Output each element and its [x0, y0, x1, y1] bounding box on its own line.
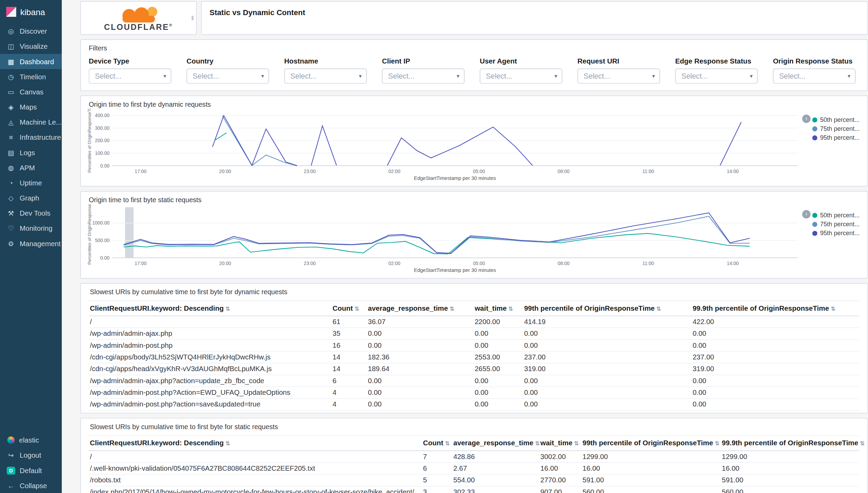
- table-header-cell[interactable]: 99.9th percentile of OriginResponseTime⇅: [721, 436, 859, 451]
- sidebar-item[interactable]: ▤ Logs: [0, 145, 62, 160]
- filter-field: Country Select... ▾: [186, 57, 269, 84]
- svg-text:1000.00: 1000.00: [92, 220, 110, 226]
- sort-icon[interactable]: ⇅: [715, 440, 720, 447]
- sidebar-item[interactable]: ◷ Timelion: [0, 69, 62, 84]
- sort-icon[interactable]: ⇅: [225, 440, 230, 447]
- legend-item[interactable]: 75th percent...: [812, 124, 862, 133]
- sort-icon[interactable]: ⇅: [354, 306, 359, 312]
- filter-select[interactable]: Select... ▾: [773, 69, 855, 84]
- sort-icon[interactable]: ⇅: [445, 440, 450, 447]
- filter-select[interactable]: Select... ▾: [382, 69, 464, 84]
- svg-text:02:00: 02:00: [388, 261, 400, 266]
- legend-item[interactable]: 50th percent...: [812, 211, 862, 220]
- legend-item[interactable]: 50th percent...: [812, 115, 862, 124]
- cell-p999: 0.00: [692, 328, 859, 340]
- sidebar-item-icon: ◬: [7, 118, 15, 126]
- sidebar-item-icon: ◫: [7, 43, 15, 50]
- sidebar-footer-item[interactable]: ← Collapse: [0, 478, 62, 493]
- cloudflare-logo-panel: CLOUDFLARE® ‖: [80, 1, 197, 35]
- filter-select[interactable]: Select... ▾: [480, 69, 562, 84]
- filter-select[interactable]: Select... ▾: [578, 69, 660, 84]
- cell-p999: 0.00: [692, 410, 859, 413]
- sort-icon[interactable]: ⇅: [656, 306, 661, 312]
- table-header-cell[interactable]: 99th percentile of OriginResponseTime⇅: [581, 436, 721, 451]
- sidebar-item[interactable]: ◇ Graph: [0, 191, 62, 206]
- table-header-cell[interactable]: ClientRequestURI.keyword: Descending⇅: [89, 301, 331, 316]
- sidebar-item[interactable]: ≡ Infrastructure: [0, 130, 62, 145]
- table-header-cell[interactable]: wait_time⇅: [539, 436, 582, 451]
- svg-text:23:00: 23:00: [304, 261, 316, 266]
- dashboard-header-row: CLOUDFLARE® ‖ Static vs Dynamic Content: [80, 1, 868, 35]
- legend-toggle-icon[interactable]: ›: [802, 115, 811, 123]
- kibana-brand[interactable]: kibana: [0, 0, 62, 24]
- sidebar-item[interactable]: ▭ Canvas: [0, 84, 62, 99]
- sort-icon[interactable]: ⇅: [535, 440, 540, 447]
- svg-text:300.00: 300.00: [95, 125, 110, 131]
- table-header-cell[interactable]: Count⇅: [422, 436, 452, 451]
- svg-text:0.00: 0.00: [100, 255, 110, 261]
- sidebar-footer-item[interactable]: ● elastic: [0, 433, 62, 448]
- sidebar-item-icon: ♡: [7, 225, 15, 232]
- legend-item[interactable]: 75th percent...: [812, 220, 862, 229]
- cell-p99: 16.00: [581, 462, 721, 474]
- filter-select[interactable]: Select... ▾: [186, 69, 269, 84]
- table-header-cell[interactable]: 99th percentile of OriginResponseTime⇅: [523, 301, 692, 316]
- table-row: /robots.txt 5 554.00 2770.00 591.00 591.…: [89, 474, 859, 486]
- sidebar-item[interactable]: ⚙ Management: [0, 236, 62, 251]
- table-header-cell[interactable]: 99.9th percentile of OriginResponseTime⇅: [692, 301, 859, 316]
- sort-icon[interactable]: ⇅: [225, 306, 230, 312]
- legend-item[interactable]: 95th percent...: [812, 133, 862, 142]
- filter-label: Device Type: [89, 57, 171, 65]
- sidebar-footer-item[interactable]: D Default: [0, 463, 62, 478]
- sidebar-item[interactable]: ▦ Dashboard: [0, 54, 62, 69]
- svg-text:EdgeStartTimestamp per 30 minu: EdgeStartTimestamp per 30 minutes: [414, 267, 496, 273]
- cell-uri: /wp-admin/admin-post.php?Action=EWD_UFAQ…: [89, 387, 331, 398]
- sort-icon[interactable]: ⇅: [860, 440, 865, 447]
- sidebar-item[interactable]: ◬ Machine Le...: [0, 115, 62, 130]
- filter-select[interactable]: Select... ▾: [284, 69, 367, 84]
- sidebar-item-label: Uptime: [20, 179, 42, 187]
- sidebar-item[interactable]: ◎ Discover: [0, 24, 62, 39]
- cell-p99: 0.00: [523, 375, 692, 387]
- sidebar-item[interactable]: ⚒ Dev Tools: [0, 206, 62, 221]
- sidebar-footer-icon: D: [7, 467, 15, 474]
- table-row: /wp-admin/admin-ajax.php?action=update_z…: [89, 375, 859, 387]
- sidebar-item[interactable]: ◍ APM: [0, 160, 62, 175]
- filter-select[interactable]: Select... ▾: [89, 69, 171, 84]
- cell-p99: 560.00: [581, 486, 721, 493]
- table-header-cell[interactable]: ClientRequestURI.keyword: Descending⇅: [89, 436, 422, 451]
- sort-icon[interactable]: ⇅: [574, 440, 579, 447]
- filter-select[interactable]: Select... ▾: [675, 69, 757, 84]
- table-header-cell[interactable]: average_response_time⇅: [452, 436, 539, 451]
- sort-icon[interactable]: ⇅: [509, 306, 513, 312]
- cell-wait-time: 0.00: [473, 375, 523, 387]
- legend-dot-icon: [812, 117, 818, 122]
- legend-toggle-icon[interactable]: ›: [802, 210, 811, 219]
- table-header-cell[interactable]: Count⇅: [331, 301, 367, 316]
- cell-p99: 0.00: [523, 387, 692, 398]
- legend-item[interactable]: 95th percent...: [812, 229, 862, 238]
- sidebar-item[interactable]: ♡ Monitoring: [0, 221, 62, 236]
- sidebar-item[interactable]: ◈ Maps: [0, 100, 62, 115]
- filter-field: Hostname Select... ▾: [284, 57, 367, 84]
- sidebar-footer-label: Default: [20, 467, 42, 474]
- legend-dot-icon: [812, 221, 818, 227]
- sidebar-footer-icon: ↪: [7, 451, 15, 459]
- panel-drag-handle-icon[interactable]: ‖: [191, 15, 194, 22]
- table-header-cell[interactable]: average_response_time⇅: [367, 301, 473, 316]
- chevron-down-icon: ▾: [359, 73, 362, 79]
- column-label: 99th percentile of OriginResponseTime: [583, 439, 713, 447]
- sort-icon[interactable]: ⇅: [450, 306, 455, 312]
- column-label: wait_time: [475, 305, 506, 312]
- cell-avg-response-time: 0.00: [367, 328, 473, 340]
- sidebar-item-label: Dev Tools: [20, 209, 50, 217]
- table-header-cell[interactable]: wait_time⇅: [473, 301, 523, 316]
- sort-icon[interactable]: ⇅: [831, 306, 835, 312]
- cell-wait-time: 0.00: [473, 328, 523, 340]
- sidebar-footer-item[interactable]: ↪ Logout: [0, 448, 62, 463]
- sidebar-item[interactable]: ◔ Uptime: [0, 175, 62, 190]
- sidebar-item[interactable]: ◫ Visualize: [0, 39, 62, 54]
- filter-label: Client IP: [382, 57, 464, 65]
- table-row: /wp-admin/admin-post.php?action=... 4 0.…: [89, 410, 859, 413]
- table-row: /wp-admin/admin-post.php?Action=EWD_UFAQ…: [89, 387, 859, 398]
